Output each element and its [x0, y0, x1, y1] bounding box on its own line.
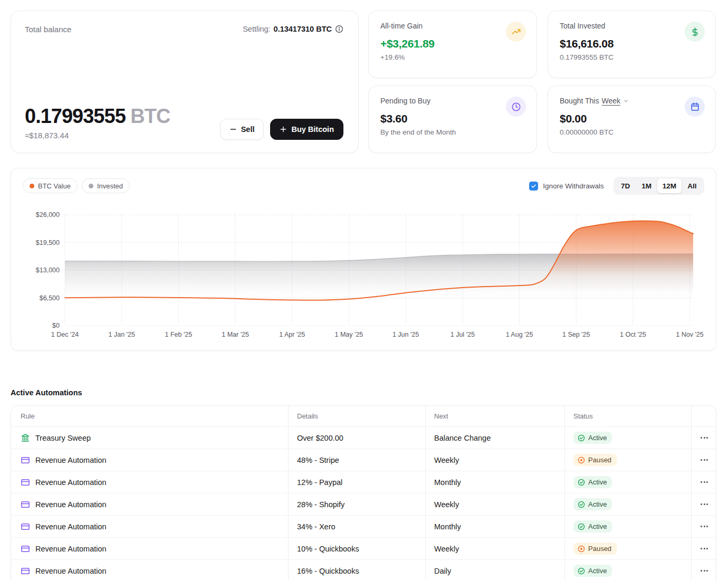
legend-chip-btc-value[interactable]: BTC Value — [23, 178, 78, 193]
next-cell: Balance Change — [425, 427, 564, 449]
pause-circle-icon — [578, 545, 585, 553]
row-menu-button[interactable] — [691, 427, 716, 449]
total-invested-card: Total Invested $16,616.08 0.17993555 BTC — [548, 11, 716, 78]
rule-name: Treasury Sweep — [35, 434, 91, 442]
range-selector: 7D1M12MAll — [614, 177, 704, 195]
all-time-gain-card: All-time Gain +$3,261.89 +19.6% — [368, 11, 537, 78]
status-label: Active — [588, 478, 607, 486]
next-cell: Weekly — [425, 449, 564, 471]
status-badge: Paused — [573, 543, 617, 555]
details-cell: 48% - Stripe — [288, 449, 425, 471]
range-button-1m[interactable]: 1M — [636, 178, 657, 193]
svg-text:1 Jun '25: 1 Jun '25 — [392, 331, 419, 338]
total-balance-card: Total balance Settling: 0.13417310 BTC 0… — [11, 11, 359, 153]
rule-cell: Revenue Automation — [11, 560, 288, 580]
svg-text:$0: $0 — [52, 322, 60, 329]
svg-text:1 Apr '25: 1 Apr '25 — [279, 331, 305, 338]
chevron-down-icon[interactable] — [623, 98, 629, 104]
range-button-12m[interactable]: 12M — [657, 178, 682, 193]
details-cell: 12% - Paypal — [288, 471, 425, 493]
row-menu-button[interactable] — [691, 560, 716, 580]
legend-chip-invested[interactable]: Invested — [82, 178, 130, 193]
buy-bitcoin-button[interactable]: Buy Bitcoin — [270, 119, 343, 140]
sell-button[interactable]: Sell — [220, 119, 264, 140]
dashboard-page: Total balance Settling: 0.13417310 BTC 0… — [0, 0, 728, 580]
bought-this-period-btc: 0.00000000 BTC — [560, 128, 704, 136]
portfolio-chart[interactable]: $0$6,500$13,000$19,500$26,0001 Dec '241 … — [11, 168, 716, 350]
next-cell: Monthly — [425, 516, 564, 537]
svg-text:1 Jul '25: 1 Jul '25 — [451, 331, 475, 338]
table-row: Revenue Automation10% - QuickbooksWeekly… — [11, 537, 716, 559]
check-circle-icon — [578, 567, 585, 575]
rule-name: Revenue Automation — [35, 522, 107, 531]
ellipsis-icon — [701, 459, 708, 461]
status-badge: Active — [573, 432, 612, 444]
status-badge: Active — [573, 520, 612, 533]
details-cell: 16% - Quickbooks — [288, 560, 425, 580]
credit-card-icon — [21, 544, 30, 554]
svg-text:$13,000: $13,000 — [36, 267, 60, 274]
rule-name: Revenue Automation — [35, 478, 107, 487]
ellipsis-icon — [701, 570, 708, 572]
chart-legend: BTC ValueInvested — [23, 178, 130, 193]
check-circle-icon — [578, 434, 585, 442]
svg-text:1 Nov '25: 1 Nov '25 — [676, 331, 703, 338]
automations-heading: Active Automations — [11, 388, 82, 397]
row-menu-button[interactable] — [691, 516, 716, 537]
svg-text:1 Dec '24: 1 Dec '24 — [51, 331, 79, 338]
pending-to-buy-value: $3.60 — [380, 112, 525, 125]
all-time-gain-percent: +19.6% — [380, 53, 525, 61]
minus-icon — [229, 126, 237, 133]
ignore-withdrawals-checkbox[interactable]: Ignore Withdrawals — [529, 182, 604, 191]
period-selector[interactable]: Week — [601, 97, 620, 105]
table-row: Revenue Automation16% - QuickbooksDailyA… — [11, 559, 716, 580]
rule-cell: Revenue Automation — [11, 493, 288, 515]
portfolio-chart-card: BTC ValueInvested Ignore Withdrawals 7D1… — [11, 168, 716, 351]
row-menu-button[interactable] — [691, 538, 716, 559]
credit-card-icon — [21, 500, 30, 509]
ellipsis-icon — [701, 548, 708, 549]
bank-icon — [21, 433, 30, 443]
status-badge: Paused — [573, 454, 617, 466]
dollar-icon — [685, 22, 705, 42]
checkbox-check-icon[interactable] — [529, 182, 538, 191]
total-invested-title: Total Invested — [560, 22, 704, 30]
table-row: Treasury SweepOver $200.00Balance Change… — [11, 426, 716, 449]
status-badge: Active — [573, 565, 612, 577]
row-menu-button[interactable] — [691, 471, 716, 493]
calendar-icon — [685, 97, 705, 117]
automations-table-header: Rule Details Next Status — [11, 406, 716, 426]
range-button-7d[interactable]: 7D — [615, 178, 636, 193]
bought-this-period-value: $0.00 — [560, 112, 704, 125]
svg-text:$26,000: $26,000 — [36, 211, 60, 218]
table-row: Revenue Automation34% - XeroMonthlyActiv… — [11, 515, 716, 537]
rule-name: Revenue Automation — [35, 545, 107, 553]
ignore-withdrawals-label: Ignore Withdrawals — [543, 182, 604, 190]
next-cell: Daily — [425, 560, 564, 580]
total-balance-title: Total balance — [25, 25, 71, 34]
credit-card-icon — [21, 478, 30, 487]
status-label: Active — [588, 500, 607, 508]
next-cell: Weekly — [425, 538, 564, 559]
pending-to-buy-card: Pending to Buy $3.60 By the end of the M… — [368, 85, 537, 153]
pause-circle-icon — [578, 457, 585, 464]
status-label: Active — [588, 522, 607, 530]
row-menu-button[interactable] — [691, 449, 716, 471]
table-row: Revenue Automation28% - ShopifyWeeklyAct… — [11, 493, 716, 515]
plus-icon — [280, 126, 287, 133]
legend-label: Invested — [97, 182, 123, 190]
settling-info: Settling: 0.13417310 BTC — [243, 25, 343, 33]
column-header-details: Details — [288, 406, 425, 426]
row-menu-button[interactable] — [691, 493, 716, 515]
column-header-status: Status — [564, 406, 691, 426]
range-button-all[interactable]: All — [682, 178, 703, 193]
balance-unit: BTC — [130, 105, 170, 127]
svg-text:$6,500: $6,500 — [40, 294, 60, 302]
status-label: Paused — [588, 545, 611, 553]
legend-dot-icon — [30, 184, 34, 188]
total-invested-btc: 0.17993555 BTC — [560, 53, 704, 61]
svg-text:1 Mar '25: 1 Mar '25 — [222, 331, 249, 338]
details-cell: 34% - Xero — [288, 516, 425, 537]
info-icon[interactable] — [335, 25, 343, 33]
pending-to-buy-title: Pending to Buy — [380, 97, 525, 105]
